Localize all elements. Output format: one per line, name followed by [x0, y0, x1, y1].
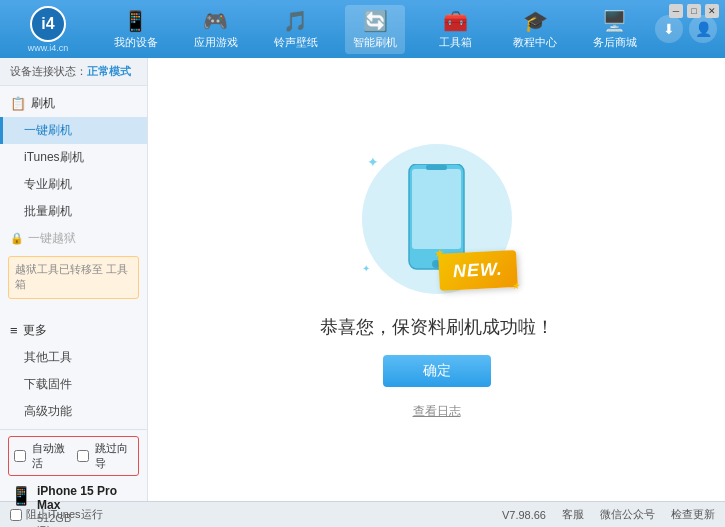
sidebar-item-itunes-flash[interactable]: iTunes刷机 [0, 144, 147, 171]
device-phone-icon: 📱 [10, 485, 32, 507]
itunes-block-row: 阻止iTunes运行 [10, 507, 103, 522]
minimize-button[interactable]: ─ [669, 4, 683, 18]
main-content: ✦ ✦ NEW. 恭喜您，保资料刷机成功啦！ 确定 查看日志 [148, 58, 725, 501]
pro-flash-label: 专业刷机 [24, 177, 72, 191]
advanced-label: 高级功能 [24, 404, 72, 418]
svg-rect-2 [426, 165, 447, 170]
download-button[interactable]: ⬇ [655, 15, 683, 43]
smart-flash-label: 智能刷机 [353, 35, 397, 50]
batch-flash-label: 批量刷机 [24, 204, 72, 218]
sidebar-category-flash[interactable]: 📋 刷机 [0, 90, 147, 117]
more-category-icon: ≡ [10, 323, 18, 338]
sidebar-item-advanced[interactable]: 高级功能 [0, 398, 147, 425]
nav-smart-flash[interactable]: 🔄 智能刷机 [345, 5, 405, 54]
my-device-icon: 📱 [123, 9, 148, 33]
phone-illustration: ✦ ✦ NEW. [357, 139, 517, 299]
service-label: 务后商城 [593, 35, 637, 50]
nav-ringtones[interactable]: 🎵 铃声壁纸 [266, 5, 326, 54]
ringtones-label: 铃声壁纸 [274, 35, 318, 50]
auto-activate-label: 自动激活 [32, 441, 71, 471]
main-layout: 设备连接状态：正常模式 📋 刷机 一键刷机 iTunes刷机 专业刷机 批量刷机 [0, 58, 725, 501]
flash-category-icon: 📋 [10, 96, 26, 111]
sidebar-item-pro-flash[interactable]: 专业刷机 [0, 171, 147, 198]
nav-tutorial[interactable]: 🎓 教程中心 [505, 5, 565, 54]
connection-status: 设备连接状态：正常模式 [0, 58, 147, 86]
logo-url: www.i4.cn [28, 43, 69, 53]
restore-button[interactable]: □ [687, 4, 701, 18]
apps-games-label: 应用游戏 [194, 35, 238, 50]
sidebar-flash-section: 📋 刷机 一键刷机 iTunes刷机 专业刷机 批量刷机 🔒 一键越狱 [0, 86, 147, 307]
status-label: 设备连接状态： [10, 65, 87, 77]
logo-icon: i4 [30, 6, 66, 42]
app-logo: i4 www.i4.cn [8, 6, 88, 53]
auto-activate-checkbox[interactable] [14, 450, 26, 462]
success-area: ✦ ✦ NEW. 恭喜您，保资料刷机成功啦！ 确定 查看日志 [320, 139, 554, 420]
view-log-link[interactable]: 查看日志 [413, 403, 461, 420]
notice-text: 越狱工具已转移至 工具箱 [15, 263, 128, 290]
nav-my-device[interactable]: 📱 我的设备 [106, 5, 166, 54]
skip-guide-label: 跳过向导 [95, 441, 134, 471]
other-tools-label: 其他工具 [24, 350, 72, 364]
nav-bar: 📱 我的设备 🎮 应用游戏 🎵 铃声壁纸 🔄 智能刷机 🧰 工具箱 🎓 [96, 5, 655, 54]
sidebar-item-other-tools[interactable]: 其他工具 [0, 344, 147, 371]
nav-apps-games[interactable]: 🎮 应用游戏 [186, 5, 246, 54]
itunes-block-checkbox[interactable] [10, 509, 22, 521]
top-right-controls: ⬇ 👤 [655, 15, 717, 43]
toolbox-icon: 🧰 [443, 9, 468, 33]
sparkle-top-left-icon: ✦ [367, 154, 379, 170]
sidebar-item-batch-flash[interactable]: 批量刷机 [0, 198, 147, 225]
my-device-label: 我的设备 [114, 35, 158, 50]
success-message: 恭喜您，保资料刷机成功啦！ [320, 315, 554, 339]
smart-flash-icon: 🔄 [363, 9, 388, 33]
wechat-link[interactable]: 微信公众号 [600, 507, 655, 522]
check-update-link[interactable]: 检查更新 [671, 507, 715, 522]
tutorial-icon: 🎓 [523, 9, 548, 33]
lock-icon: 🔒 [10, 232, 24, 245]
apps-games-icon: 🎮 [203, 9, 228, 33]
svg-rect-1 [412, 169, 461, 249]
auto-activate-row: 自动激活 跳过向导 [8, 436, 139, 476]
confirm-button[interactable]: 确定 [383, 355, 491, 387]
ringtones-icon: 🎵 [283, 9, 308, 33]
sidebar-item-download-firmware[interactable]: 下载固件 [0, 371, 147, 398]
itunes-block-label: 阻止iTunes运行 [26, 507, 103, 522]
tutorial-label: 教程中心 [513, 35, 557, 50]
jailbreak-notice: 越狱工具已转移至 工具箱 [8, 256, 139, 299]
nav-service[interactable]: 🖥️ 务后商城 [585, 5, 645, 54]
customer-service-link[interactable]: 客服 [562, 507, 584, 522]
sidebar-item-onekey-flash[interactable]: 一键刷机 [0, 117, 147, 144]
close-button[interactable]: ✕ [705, 4, 719, 18]
onekey-flash-label: 一键刷机 [24, 123, 72, 137]
toolbox-label: 工具箱 [439, 35, 472, 50]
itunes-flash-label: iTunes刷机 [24, 150, 84, 164]
service-icon: 🖥️ [602, 9, 627, 33]
account-button[interactable]: 👤 [689, 15, 717, 43]
sparkle-bottom-left-icon: ✦ [362, 263, 370, 274]
flash-category-label: 刷机 [31, 95, 55, 112]
download-firmware-label: 下载固件 [24, 377, 72, 391]
new-badge: NEW. [438, 250, 518, 291]
sidebar-more-section: ≡ 更多 其他工具 下载固件 高级功能 [0, 313, 147, 429]
sidebar-category-more[interactable]: ≡ 更多 [0, 317, 147, 344]
sidebar: 设备连接状态：正常模式 📋 刷机 一键刷机 iTunes刷机 专业刷机 批量刷机 [0, 58, 148, 501]
jailbreak-label: 一键越狱 [28, 230, 76, 247]
nav-toolbox[interactable]: 🧰 工具箱 [425, 5, 485, 54]
skip-guide-checkbox[interactable] [77, 450, 89, 462]
sidebar-item-jailbreak-disabled: 🔒 一键越狱 [0, 225, 147, 252]
status-mode: 正常模式 [87, 65, 131, 77]
topbar: i4 www.i4.cn 📱 我的设备 🎮 应用游戏 🎵 铃声壁纸 🔄 智能刷机… [0, 0, 725, 58]
more-category-label: 更多 [23, 322, 47, 339]
version-label: V7.98.66 [119, 509, 546, 521]
